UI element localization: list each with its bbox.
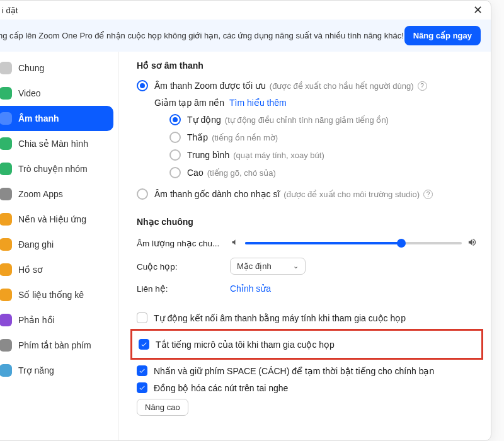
radio-icon xyxy=(169,149,181,161)
slider-track[interactable] xyxy=(245,242,462,244)
sidebar-item-5[interactable]: Zoom Apps xyxy=(0,181,113,207)
sidebar-item-10[interactable]: Phản hồi xyxy=(0,307,113,333)
audio-profile-original[interactable]: Âm thanh gốc dành cho nhạc sĩ (được đề x… xyxy=(137,185,477,203)
close-icon[interactable]: ✕ xyxy=(471,3,484,17)
noise-suppression-label: Giảm tạp âm nền xyxy=(154,98,224,108)
ringtone-contact-row: Liên hệ: Chỉnh sửa xyxy=(137,279,477,298)
radio-icon xyxy=(169,114,181,125)
sidebar-item-icon xyxy=(0,213,12,226)
sidebar-item-label: Trợ năng xyxy=(18,365,54,375)
noise-option-0[interactable]: Tự động(tự động điều chỉnh tính năng giả… xyxy=(137,111,477,129)
ringtone-volume-label: Âm lượng nhạc chu... xyxy=(137,238,230,248)
ringtone-meeting-label: Cuộc họp: xyxy=(137,261,230,272)
sidebar-item-label: Âm thanh xyxy=(18,113,59,123)
checkbox-label: Tắt tiếng micrô của tôi khi tham gia cuộ… xyxy=(156,340,335,350)
slider-thumb[interactable] xyxy=(397,239,406,248)
sidebar-item-2[interactable]: Âm thanh xyxy=(0,106,113,131)
noise-option-3[interactable]: Cao(tiếng gõ, chó sủa) xyxy=(137,164,477,181)
sidebar-item-icon xyxy=(0,87,12,100)
sidebar-item-label: Phím tắt bàn phím xyxy=(18,340,91,350)
help-icon[interactable]: ? xyxy=(423,190,433,199)
sidebar-item-icon xyxy=(0,62,12,74)
checkbox-icon xyxy=(139,339,149,350)
radio-icon xyxy=(137,188,148,200)
ringtone-heading: Nhạc chuông xyxy=(137,217,477,227)
sidebar-item-1[interactable]: Video xyxy=(0,81,113,106)
sidebar-item-6[interactable]: Nền và Hiệu ứng xyxy=(0,207,113,232)
option-hint: (tiếng gõ, chó sủa) xyxy=(207,168,276,178)
audio-profile-zoom-optimized[interactable]: Âm thanh Zoom được tối ưu (được đề xuất … xyxy=(137,77,477,94)
audio-profile-heading: Hồ sơ âm thanh xyxy=(137,60,477,71)
option-hint: (được đề xuất cho hầu hết người dùng) xyxy=(270,81,414,91)
sidebar-item-icon xyxy=(0,112,12,125)
sidebar-item-label: Số liệu thống kê xyxy=(18,290,84,300)
sidebar-item-icon xyxy=(0,364,12,377)
sidebar-item-8[interactable]: Hồ sơ xyxy=(0,257,113,282)
sidebar-item-label: Phản hồi xyxy=(18,315,55,325)
sidebar-item-label: Video xyxy=(18,88,41,98)
select-value: Mặc định xyxy=(237,261,272,271)
slider-fill xyxy=(245,242,401,244)
ringtone-meeting-row: Cuộc họp: Mặc định ⌄ xyxy=(137,253,477,279)
audio-options-checklist: Tự động kết nối âm thanh bằng máy tính k… xyxy=(137,309,477,396)
checkbox-label: Tự động kết nối âm thanh bằng máy tính k… xyxy=(154,313,406,323)
ringtone-meeting-select[interactable]: Mặc định ⌄ xyxy=(230,258,306,275)
checkbox-label: Nhấn và giữ phím SPACE (CÁCH) để tạm thờ… xyxy=(154,366,434,376)
sidebar-item-label: Chung xyxy=(18,63,44,73)
sidebar-item-label: Hồ sơ xyxy=(18,265,43,275)
audio-check-0[interactable]: Tự động kết nối âm thanh bằng máy tính k… xyxy=(137,309,477,326)
option-hint: (được đề xuất cho môi trường studio) xyxy=(284,190,420,199)
noise-option-1[interactable]: Thấp(tiếng ồn nền mờ) xyxy=(137,129,477,146)
audio-check-3[interactable]: Đồng bộ hóa các nút trên tai nghe xyxy=(137,379,477,396)
sidebar-item-label: Trò chuyện nhóm xyxy=(18,164,88,174)
sidebar-item-icon xyxy=(0,188,12,200)
sidebar-item-4[interactable]: Trò chuyện nhóm xyxy=(0,156,113,181)
radio-icon xyxy=(137,80,148,91)
ringtone-volume-row: Âm lượng nhạc chu... xyxy=(137,233,477,253)
option-hint: (quạt máy tính, xoay bút) xyxy=(233,151,324,160)
titlebar: i đặt ✕ xyxy=(0,1,491,20)
sidebar-item-label: Chia sẻ Màn hình xyxy=(18,139,88,149)
upgrade-button[interactable]: Nâng cấp ngay xyxy=(404,26,481,45)
sidebar-item-12[interactable]: Trợ năng xyxy=(0,358,113,383)
checkbox-label: Đồng bộ hóa các nút trên tai nghe xyxy=(154,383,288,393)
checkbox-icon xyxy=(137,365,147,376)
checkbox-icon xyxy=(137,382,147,393)
option-label: Trung bình xyxy=(187,150,229,160)
noise-option-2[interactable]: Trung bình(quạt máy tính, xoay bút) xyxy=(137,146,477,164)
help-icon[interactable]: ? xyxy=(418,81,427,91)
speaker-high-icon xyxy=(467,238,477,249)
sidebar-item-icon xyxy=(0,263,12,276)
option-label: Tự động xyxy=(187,115,221,125)
audio-check-2[interactable]: Nhấn và giữ phím SPACE (CÁCH) để tạm thờ… xyxy=(137,362,477,379)
option-label: Cao xyxy=(187,168,203,178)
radio-icon xyxy=(169,167,181,178)
option-label: Âm thanh Zoom được tối ưu xyxy=(154,81,266,91)
upgrade-banner: ng cấp lên Zoom One Pro để nhận cuộc họp… xyxy=(0,20,491,52)
settings-window: i đặt ✕ ng cấp lên Zoom One Pro để nhận … xyxy=(0,0,491,441)
sidebar-item-3[interactable]: Chia sẻ Màn hình xyxy=(0,131,113,156)
highlight-box: Tắt tiếng micrô của tôi khi tham gia cuộ… xyxy=(130,329,483,360)
sidebar-item-0[interactable]: Chung xyxy=(0,55,113,81)
sidebar-item-label: Nền và Hiệu ứng xyxy=(18,214,86,224)
ringtone-volume-slider[interactable] xyxy=(230,238,477,249)
sidebar-item-7[interactable]: Đang ghi xyxy=(0,232,113,257)
sidebar-item-icon xyxy=(0,339,12,352)
sidebar-item-label: Đang ghi xyxy=(18,239,54,249)
learn-more-link[interactable]: Tìm hiểu thêm xyxy=(229,98,287,108)
sidebar-item-9[interactable]: Số liệu thống kê xyxy=(0,282,113,307)
window-title: i đặt xyxy=(2,6,18,15)
sidebar-item-icon xyxy=(0,314,12,326)
advanced-button[interactable]: Nâng cao xyxy=(137,399,188,416)
option-label: Thấp xyxy=(187,132,208,142)
option-label: Âm thanh gốc dành cho nhạc sĩ xyxy=(154,189,280,199)
audio-check-1[interactable]: Tắt tiếng micrô của tôi khi tham gia cuộ… xyxy=(139,336,475,353)
ringtone-contact-label: Liên hệ: xyxy=(137,284,230,294)
sidebar-item-label: Zoom Apps xyxy=(18,189,63,199)
ringtone-contact-edit-link[interactable]: Chỉnh sửa xyxy=(230,284,271,294)
settings-body: ChungVideoÂm thanhChia sẻ Màn hìnhTrò ch… xyxy=(0,52,491,441)
upgrade-banner-text: ng cấp lên Zoom One Pro để nhận cuộc họp… xyxy=(0,31,404,40)
speaker-low-icon xyxy=(230,238,240,248)
noise-suppression-label-row: Giảm tạp âm nền Tìm hiểu thêm xyxy=(137,94,477,111)
sidebar-item-11[interactable]: Phím tắt bàn phím xyxy=(0,333,113,358)
